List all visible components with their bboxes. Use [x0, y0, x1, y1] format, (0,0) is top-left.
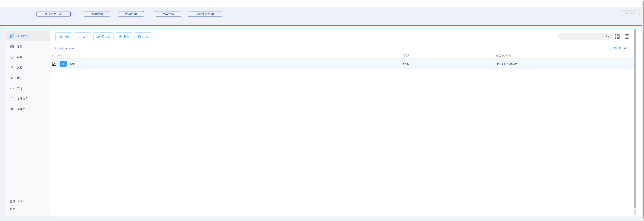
files-icon [10, 34, 14, 38]
download-button[interactable]: 下载 [56, 32, 72, 41]
sidebar-item-recycle-bin[interactable]: 回收站 [5, 104, 50, 114]
storage-usage-label: 已用：95.23M [10, 200, 26, 203]
move-icon [138, 35, 142, 39]
check-icon [53, 62, 56, 65]
ellipsis-icon [10, 86, 14, 90]
rename-icon [97, 35, 100, 39]
panel-scrollbar-track [634, 209, 636, 216]
window-scrollbar[interactable] [642, 0, 644, 221]
recycle-bin-icon [10, 107, 14, 111]
nav-button-logistics-center[interactable]: 物流交互中心 [36, 11, 70, 16]
search-box [558, 33, 612, 40]
panel-scrollbar-thumb[interactable] [634, 29, 636, 208]
sidebar-item-label: 音乐 [17, 76, 22, 80]
main-content: 下载 分享 重命名 删除 [50, 28, 642, 217]
sidebar-item-all-files[interactable]: 全部文件 [5, 31, 50, 41]
move-button[interactable]: 移动 [134, 32, 152, 41]
file-type-icon: T [60, 61, 66, 67]
table-header: 文件名 文件大小 创建/修改时间 [50, 52, 634, 59]
share-icon [77, 35, 81, 39]
toolbar-button-label: 下载 [64, 35, 69, 39]
sidebar-item-label: 图片 [17, 45, 22, 49]
image-icon [10, 45, 14, 49]
file-time: 2023-04-24 09:56:41 [496, 59, 518, 69]
nav-button-all-data-query[interactable]: 全部资料查询 [188, 11, 222, 16]
back-home-button[interactable]: 返回首页 [620, 10, 640, 16]
load-status: 已全部加载，共1个 [609, 47, 630, 50]
sidebar: 全部文件 图片 视频 文档 [5, 28, 50, 217]
share-button[interactable]: 分享 [74, 32, 91, 41]
sidebar-item-others[interactable]: 其他 [5, 83, 50, 93]
nav-button-profit-query[interactable]: 利润查询 [118, 11, 144, 16]
breadcrumb-root[interactable]: 全部文件 [54, 47, 65, 50]
toolbar-button-label: 删除 [124, 35, 129, 39]
sidebar-item-documents[interactable]: 文档 [5, 62, 50, 73]
toolbar-button-label: 重命名 [102, 35, 110, 39]
row-checkbox[interactable] [52, 62, 56, 66]
sidebar-item-label: 视频 [17, 55, 22, 59]
content-panel: 全部文件 图片 视频 文档 [5, 28, 642, 217]
file-name[interactable]: 1.txt [70, 59, 74, 69]
breadcrumb: 全部文件 ▶ 000 [54, 46, 74, 50]
column-header-size: 文件大小 [402, 52, 412, 59]
sidebar-item-images[interactable]: 图片 [5, 42, 50, 52]
sidebar-item-label: 文件分享 [17, 97, 28, 101]
document-icon [10, 66, 14, 69]
select-all-checkbox[interactable] [52, 54, 55, 57]
toolbar-button-label: 分享 [82, 35, 88, 39]
delete-icon [119, 35, 122, 38]
search-icon[interactable] [606, 34, 610, 38]
sidebar-item-label: 其他 [17, 87, 22, 90]
music-icon [10, 76, 14, 80]
share-cycle-icon [10, 97, 14, 101]
sidebar-item-music[interactable]: 音乐 [5, 73, 50, 83]
settings-link[interactable]: 设置 [10, 208, 15, 211]
sidebar-item-file-share[interactable]: 文件分享 [5, 94, 50, 104]
top-chrome-strip [0, 0, 644, 2]
list-view-icon[interactable] [615, 34, 620, 39]
table-row[interactable]: T 1.txt 2.22K 2023-04-24 09:56:41 [50, 59, 634, 69]
header-band: 物流交互中心 常用流程 利润查询 用车管理 全部资料查询 返回首页 [0, 6, 644, 25]
breadcrumb-separator-icon: ▶ [66, 47, 68, 49]
sidebar-item-label: 回收站 [17, 107, 25, 111]
nav-button-common-flows[interactable]: 常用流程 [84, 11, 110, 16]
toolbar-button-label: 移动 [143, 35, 148, 39]
search-input[interactable] [558, 33, 604, 40]
column-header-name: 文件名 [57, 52, 64, 59]
header-divider [0, 25, 644, 26]
download-icon [58, 35, 62, 39]
file-size: 2.22K [402, 59, 409, 69]
rename-button[interactable]: 重命名 [93, 32, 114, 41]
sidebar-item-label: 全部文件 [17, 34, 28, 38]
column-header-time: 创建/修改时间 [496, 52, 511, 59]
app-root: 物流交互中心 常用流程 利润查询 用车管理 全部资料查询 返回首页 全部文件 图… [0, 0, 644, 221]
sidebar-item-videos[interactable]: 视频 [5, 52, 50, 62]
sidebar-item-label: 文档 [17, 66, 22, 69]
grid-view-icon[interactable] [624, 34, 630, 39]
delete-button[interactable]: 删除 [116, 32, 132, 41]
nav-button-vehicle-mgmt[interactable]: 用车管理 [155, 11, 181, 16]
window-scrollbar-thumb[interactable] [642, 1, 644, 219]
video-icon [10, 55, 14, 59]
breadcrumb-current[interactable]: 000 [69, 47, 74, 50]
